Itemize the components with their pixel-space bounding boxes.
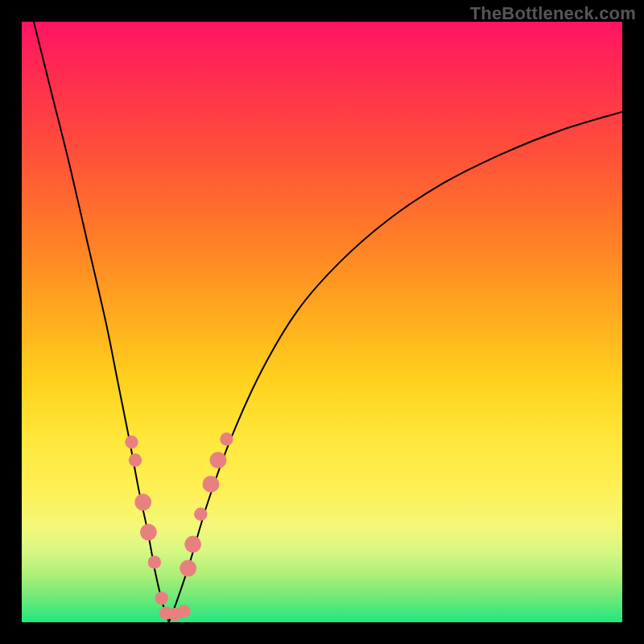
data-dot [148,555,161,568]
data-dot [209,452,226,469]
data-dot [180,559,196,576]
data-dot [194,508,207,521]
chart-svg [22,22,622,622]
curve-right [169,112,622,622]
data-dot [125,436,138,448]
data-dot [129,453,142,466]
data-dot [184,536,201,553]
outer-frame: TheBottleneck.com [0,0,644,644]
data-dot [177,605,190,617]
data-dot [134,493,151,510]
curve-group [34,22,622,622]
data-dot [220,432,233,445]
data-dot [155,592,168,605]
data-dot [140,524,157,541]
data-dot [203,476,220,493]
